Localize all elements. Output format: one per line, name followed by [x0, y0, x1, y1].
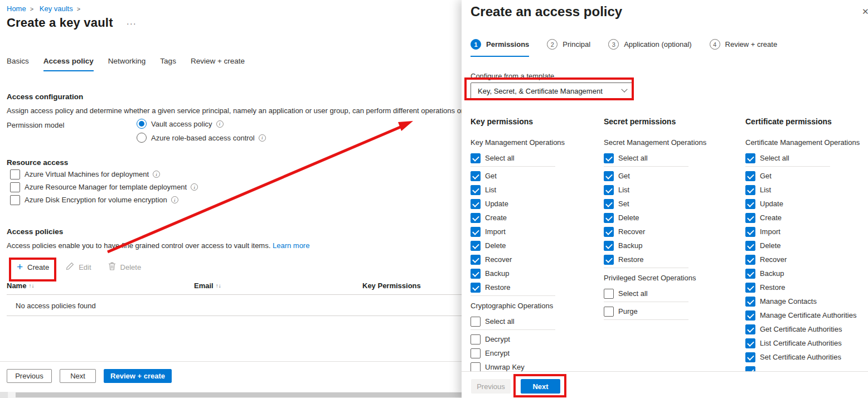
checkbox[interactable] [471, 185, 481, 195]
tab[interactable]: Networking [108, 57, 146, 71]
panel-next-button[interactable]: Next [521, 379, 560, 394]
permission-checkbox-row[interactable]: Import [471, 225, 604, 239]
horizontal-scrollbar[interactable] [0, 392, 463, 398]
permission-checkbox-row[interactable]: Recover [604, 225, 745, 239]
checkbox[interactable] [745, 213, 755, 223]
checkbox[interactable] [745, 324, 755, 334]
tab[interactable]: Basics [7, 57, 29, 71]
permission-checkbox-row[interactable]: Select all [604, 151, 745, 165]
permission-checkbox-row[interactable]: List Certificate Authorities [745, 336, 866, 350]
more-menu-icon[interactable]: ··· [127, 18, 137, 28]
permission-checkbox-row[interactable]: Delete [471, 239, 604, 253]
info-icon[interactable]: i [259, 134, 266, 142]
scrollbar-thumb[interactable] [16, 392, 462, 397]
breadcrumb-link[interactable]: Key vaults [40, 4, 73, 13]
panel-previous-button[interactable]: Previous [471, 379, 511, 394]
learn-more-link[interactable]: Learn more [273, 241, 309, 250]
edit-policy-button[interactable]: Edit [66, 262, 91, 272]
checkbox[interactable] [471, 317, 481, 327]
previous-button[interactable]: Previous [7, 369, 52, 383]
radio-button[interactable] [137, 133, 147, 143]
wizard-step[interactable]: 2 Principal [547, 39, 590, 57]
permission-checkbox-row[interactable]: Encrypt [471, 346, 604, 360]
checkbox[interactable] [745, 338, 755, 348]
sort-icon[interactable]: ↑↓ [216, 283, 221, 289]
permission-checkbox-row[interactable]: Update [745, 197, 866, 211]
checkbox[interactable] [471, 153, 481, 163]
checkbox[interactable] [471, 171, 481, 181]
checkbox[interactable] [471, 269, 481, 279]
permission-checkbox-row[interactable]: Import [745, 225, 866, 239]
checkbox[interactable] [604, 255, 614, 265]
checkbox[interactable] [604, 213, 614, 223]
table-column-header[interactable]: Email ↑↓ [194, 281, 362, 290]
checkbox[interactable] [604, 307, 614, 317]
resource-access-checkbox-row[interactable]: Azure Resource Manager for template depl… [10, 182, 198, 192]
permission-checkbox-row[interactable]: Decrypt [471, 332, 604, 346]
radio-button[interactable] [137, 119, 147, 129]
checkbox[interactable] [745, 352, 755, 362]
permission-checkbox-row[interactable]: Set [604, 197, 745, 211]
permission-checkbox-row[interactable]: Delete [745, 239, 866, 253]
info-icon[interactable]: i [216, 120, 224, 128]
permission-checkbox-row[interactable]: Recover [745, 253, 866, 266]
checkbox[interactable] [10, 182, 20, 192]
checkbox[interactable] [604, 241, 614, 251]
tab[interactable]: Review + create [191, 57, 245, 71]
checkbox[interactable] [471, 362, 481, 372]
checkbox[interactable] [10, 195, 20, 205]
checkbox[interactable] [471, 199, 481, 209]
permission-checkbox-row[interactable]: Get [745, 169, 866, 183]
permission-model-radio[interactable]: Azure role-based access control i [137, 132, 266, 143]
permission-checkbox-row[interactable]: Select all [471, 314, 604, 328]
permission-checkbox-row[interactable]: Select all [745, 151, 866, 165]
checkbox[interactable] [604, 185, 614, 195]
permission-checkbox-row[interactable]: Restore [471, 280, 604, 294]
checkbox[interactable] [10, 169, 20, 179]
checkbox[interactable] [745, 171, 755, 181]
delete-policy-button[interactable]: Delete [108, 262, 142, 272]
permission-checkbox-row[interactable]: Update [471, 197, 604, 211]
permission-checkbox-row[interactable]: Recover [471, 253, 604, 266]
checkbox[interactable] [745, 269, 755, 279]
checkbox[interactable] [471, 334, 481, 344]
resource-access-checkbox-row[interactable]: Azure Disk Encryption for volume encrypt… [10, 195, 198, 205]
checkbox[interactable] [745, 185, 755, 195]
permission-checkbox-row[interactable]: Create [745, 211, 866, 225]
next-button[interactable]: Next [60, 369, 96, 383]
sort-icon[interactable]: ↑↓ [28, 283, 34, 289]
permission-checkbox-row[interactable]: Create [471, 211, 604, 225]
checkbox[interactable] [604, 171, 614, 181]
checkbox[interactable] [745, 199, 755, 209]
permission-checkbox-row[interactable]: List [745, 183, 866, 197]
checkbox[interactable] [604, 227, 614, 237]
wizard-step[interactable]: 3 Application (optional) [608, 39, 691, 57]
permission-checkbox-row[interactable]: Backup [604, 239, 745, 253]
info-icon[interactable]: i [171, 196, 178, 203]
checkbox[interactable] [745, 310, 755, 321]
info-icon[interactable]: i [153, 171, 160, 178]
tab[interactable]: Tags [160, 57, 176, 71]
permission-checkbox-row[interactable]: Backup [745, 266, 866, 280]
permission-checkbox-row[interactable]: List [604, 183, 745, 197]
table-column-header[interactable]: Name ↑↓ [7, 281, 194, 290]
wizard-step[interactable]: 1 Permissions [471, 39, 529, 57]
permission-checkbox-row[interactable]: Set Certificate Authorities [745, 350, 866, 364]
permission-checkbox-row[interactable]: Select all [604, 287, 745, 300]
permission-checkbox-row[interactable]: Manage Contacts [745, 294, 866, 308]
breadcrumb-link[interactable]: Home [7, 4, 26, 13]
permission-checkbox-row[interactable]: Get Certificate Authorities [745, 322, 866, 336]
checkbox[interactable] [745, 241, 755, 251]
permission-checkbox-row[interactable]: Restore [745, 280, 866, 294]
checkbox[interactable] [604, 289, 614, 299]
checkbox[interactable] [471, 348, 481, 358]
close-icon[interactable]: ✕ [862, 7, 868, 17]
checkbox[interactable] [471, 255, 481, 265]
checkbox[interactable] [745, 297, 755, 307]
checkbox[interactable] [471, 241, 481, 251]
permission-checkbox-row[interactable]: Manage Certificate Authorities [745, 308, 866, 322]
review-create-button[interactable]: Review + create [104, 369, 172, 383]
checkbox[interactable] [471, 213, 481, 223]
checkbox[interactable] [745, 283, 755, 293]
permission-checkbox-row[interactable]: Select all [471, 151, 604, 165]
